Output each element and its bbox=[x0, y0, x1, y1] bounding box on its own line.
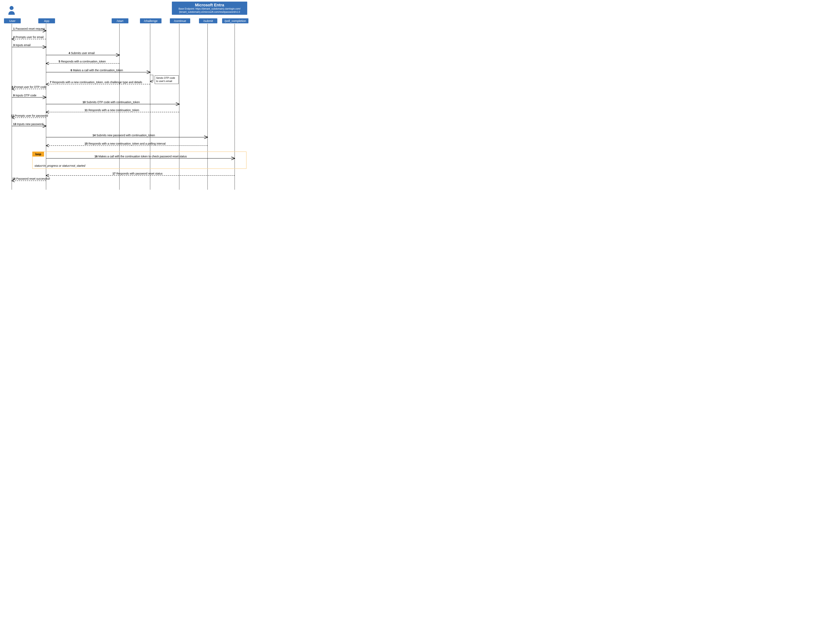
lane-challenge: /challenge bbox=[140, 18, 161, 23]
msg-9: 9 Inputs OTP code bbox=[13, 94, 36, 97]
msg-18: 18 Password reset successful! bbox=[12, 177, 50, 180]
lane-user: User bbox=[4, 18, 21, 23]
lane-poll: /poll_completion bbox=[222, 18, 249, 23]
msg-10: 10 Submits OTP code with continuation_to… bbox=[83, 101, 140, 104]
sequence-diagram: Microsoft Entra Base Endpoint: https://{… bbox=[1, 1, 248, 192]
msg-16: 16 Makes a call with the continuation to… bbox=[94, 155, 187, 158]
svg-point-0 bbox=[10, 6, 13, 10]
lifeline-user bbox=[11, 24, 12, 189]
msg-3: 3 Inputs email bbox=[13, 44, 31, 47]
msg-12: 12 Prompts user for password bbox=[11, 114, 48, 117]
note-otp: Sends OTP code to user's email bbox=[155, 75, 179, 84]
msg-4: 4 Submits user email bbox=[68, 52, 95, 55]
loop-condition: status=in_progress or status=not_started bbox=[32, 163, 87, 169]
msg-17: 17 Responds with password reset status bbox=[112, 172, 162, 175]
lane-app: App bbox=[38, 18, 55, 23]
entra-header: Microsoft Entra Base Endpoint: https://{… bbox=[172, 2, 247, 15]
msg-5: 5 Responds with a continuation_token bbox=[58, 60, 106, 63]
msg-14: 14 Submits new password with continuatio… bbox=[93, 133, 155, 137]
entra-sub2: {tenant_subdomain}.onmicrosoft.com/reset… bbox=[174, 11, 245, 14]
msg-1: 1 Password reset request bbox=[13, 27, 45, 30]
entra-title: Microsoft Entra bbox=[174, 3, 245, 7]
loop-fragment: loop status=in_progress or status=not_st… bbox=[32, 151, 247, 169]
msg-13: 13 Inputs new password bbox=[13, 122, 43, 126]
msg-2: 2 Prompts user for email bbox=[13, 36, 44, 39]
lane-continue: /continue bbox=[170, 18, 190, 23]
lane-submit: /submit bbox=[199, 18, 217, 23]
loop-tag: loop bbox=[32, 152, 44, 156]
entra-sub1: Base Endpoint: https://{tenant_subdomain… bbox=[174, 7, 245, 11]
user-icon bbox=[8, 6, 15, 15]
lane-start: /start bbox=[112, 18, 128, 23]
msg-15: 15 Responds with a new continuation_toke… bbox=[84, 142, 166, 145]
msg-7: 7 Responds with a new continuation_token… bbox=[50, 81, 142, 84]
msg-6: 6 Makes a call with the continuation_tok… bbox=[71, 68, 123, 72]
msg-8: 8 Prompt user for OTP code bbox=[11, 85, 47, 89]
msg-11: 11 Responds with a new continuation_toke… bbox=[84, 109, 139, 112]
